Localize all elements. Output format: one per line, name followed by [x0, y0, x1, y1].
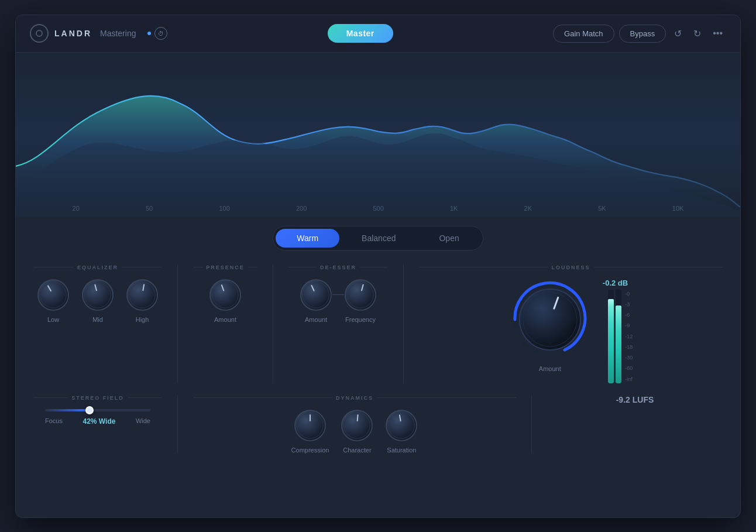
eq-title: EQUALIZER: [77, 265, 118, 270]
stereo-section: STEREO FIELD Focus 42% Wide Wide: [33, 395, 162, 425]
loudness-knob[interactable]: [509, 279, 591, 361]
style-section: Warm Balanced Open: [16, 217, 740, 255]
presence-header: PRESENCE: [193, 265, 257, 270]
sep-3: [403, 265, 404, 383]
presence-title: PRESENCE: [206, 265, 245, 270]
redo-button[interactable]: ↻: [690, 26, 705, 42]
more-options-button[interactable]: •••: [709, 26, 726, 41]
meter-label-30: -30: [625, 355, 633, 361]
meter-label-3: -3: [625, 301, 633, 307]
knob-item-character: Character: [341, 409, 373, 454]
stereo-line-left: [33, 397, 68, 398]
all-controls: EQUALIZER: [16, 255, 740, 517]
character-label: Character: [343, 447, 371, 454]
subtitle-text: Mastering: [100, 29, 136, 38]
low-knob-wrap: [37, 279, 70, 311]
compression-knob[interactable]: [294, 409, 327, 442]
deesser-knobs: Amount Frequency: [300, 279, 377, 323]
loudness-amount-label: Amount: [539, 365, 561, 372]
deesser-header: DE-ESSER: [288, 265, 388, 270]
header-right: Gain Match Bypass ↺ ↻ •••: [553, 25, 726, 43]
sep-5: [531, 395, 532, 454]
deesser-amount-knob[interactable]: [300, 279, 332, 311]
controls-row-2: STEREO FIELD Focus 42% Wide Wide: [16, 389, 740, 463]
gain-match-button[interactable]: Gain Match: [553, 25, 614, 43]
lufs-section: -9.2 LUFS: [547, 395, 723, 404]
knob-item-high: High: [126, 279, 159, 323]
sep-1: [177, 265, 178, 383]
header: LANDR Mastering ⏱ Master Gain Match Bypa…: [16, 15, 740, 53]
deesser-freq-wrap: [344, 279, 377, 311]
style-warm-button[interactable]: Warm: [276, 229, 339, 248]
mid-knob-wrap: [81, 279, 114, 311]
saturation-knob[interactable]: [385, 409, 418, 442]
freq-label-50: 50: [146, 205, 153, 212]
high-knob[interactable]: [126, 279, 159, 311]
presence-line-right: [248, 267, 257, 267]
presence-section: PRESENCE Amount: [193, 265, 257, 323]
spectrum-svg: [16, 53, 740, 217]
lufs-display: -9.2 LUFS: [616, 395, 654, 404]
loudness-controls: Amount -0.2 dB: [419, 279, 723, 383]
presence-amount-wrap: [209, 279, 242, 311]
meter-fill-2: [616, 306, 621, 383]
freq-label-20: 20: [73, 205, 80, 212]
svg-point-4: [85, 282, 111, 308]
bypass-button[interactable]: Bypass: [619, 25, 666, 43]
slider-fill: [45, 409, 90, 411]
character-knob[interactable]: [341, 409, 373, 442]
logo-icon: [30, 24, 49, 43]
wide-label: Wide: [136, 417, 150, 425]
timer-icon: ⏱: [154, 27, 167, 40]
svg-point-20: [523, 293, 577, 346]
slider-thumb[interactable]: [85, 406, 94, 414]
meter-container: -0 -3 -6 -9 -12 -18 -30 -60 -inf: [608, 290, 633, 383]
loudness-line-right: [594, 267, 723, 267]
low-knob-label: Low: [47, 316, 59, 323]
stereo-controls: Focus 42% Wide Wide: [33, 409, 162, 425]
stereo-line-right: [128, 397, 162, 398]
plugin-window: LANDR Mastering ⏱ Master Gain Match Bypa…: [15, 15, 741, 518]
svg-point-7: [129, 282, 155, 308]
svg-point-29: [389, 413, 414, 438]
style-open-button[interactable]: Open: [418, 229, 480, 248]
meter-label-inf: -inf: [625, 376, 633, 382]
undo-button[interactable]: ↺: [671, 26, 685, 42]
knob-item-presence-amount: Amount: [209, 279, 242, 323]
meter-label-18: -18: [625, 344, 633, 350]
character-knob-wrap: [341, 409, 373, 442]
stereo-slider[interactable]: [45, 409, 150, 411]
loudness-header: LOUDNESS: [419, 265, 723, 270]
stereo-value: 42% Wide: [83, 417, 115, 425]
meter-label-60: -60: [625, 365, 633, 371]
svg-point-1: [40, 282, 66, 308]
deesser-amount-wrap: [300, 279, 332, 311]
freq-labels: 20 50 100 200 500 1K 2K 5K 10K: [16, 205, 740, 212]
knob-item-saturation: Saturation: [385, 409, 418, 454]
dynamics-knobs: Compression Character: [291, 409, 418, 454]
freq-label-5k: 5K: [598, 205, 606, 212]
master-button[interactable]: Master: [328, 24, 393, 43]
meter-label-6: -6: [625, 312, 633, 318]
deesser-freq-knob[interactable]: [344, 279, 377, 311]
low-knob[interactable]: [37, 279, 70, 311]
style-buttons-group: Warm Balanced Open: [273, 226, 483, 250]
knob-item-deesser-freq: Frequency: [344, 279, 377, 323]
meter-label-12: -12: [625, 334, 633, 339]
mid-knob[interactable]: [81, 279, 114, 311]
svg-point-13: [303, 282, 329, 308]
dynamics-section: DYNAMICS Compression: [193, 395, 516, 454]
presence-amount-label: Amount: [214, 316, 236, 323]
knob-item-mid: Mid: [81, 279, 114, 323]
slider-labels: Focus 42% Wide Wide: [45, 417, 150, 425]
saturation-knob-wrap: [385, 409, 418, 442]
compression-label: Compression: [291, 447, 329, 454]
style-balanced-button[interactable]: Balanced: [341, 229, 417, 248]
logo-area: LANDR Mastering: [30, 24, 136, 43]
svg-point-26: [344, 413, 370, 438]
sep-2: [273, 265, 273, 383]
presence-amount-knob[interactable]: [209, 279, 242, 311]
meter-group: -0.2 dB -0: [603, 279, 633, 383]
equalizer-section: EQUALIZER: [33, 265, 162, 323]
deesser-amount-label: Amount: [305, 316, 327, 323]
